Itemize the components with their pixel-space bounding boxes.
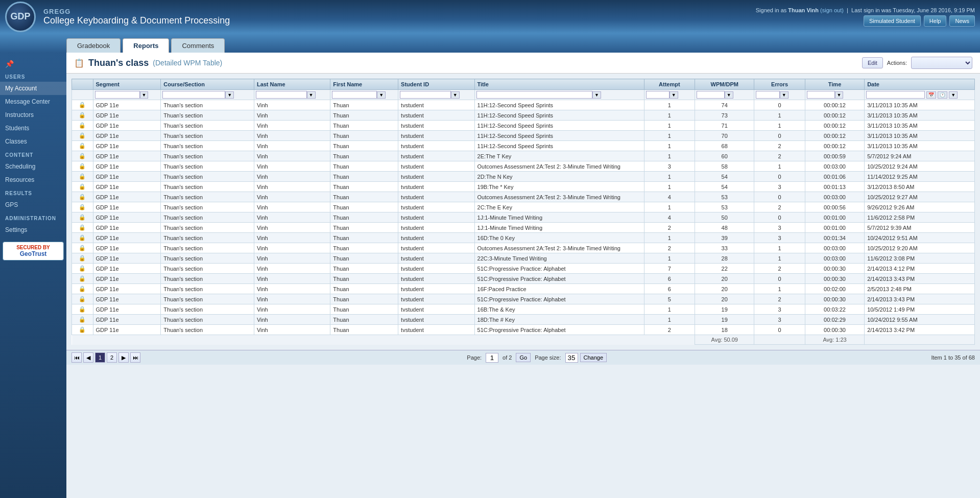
- row-segment: GDP 11e: [93, 151, 161, 161]
- filter-title-btn[interactable]: ▼: [592, 91, 601, 99]
- row-firstname: Thuan: [330, 161, 398, 172]
- filter-firstname-btn[interactable]: ▼: [377, 91, 386, 99]
- sidebar-item-students[interactable]: Students: [0, 122, 66, 135]
- row-wpm: 73: [695, 110, 754, 121]
- filter-errors-btn[interactable]: ▼: [780, 91, 788, 99]
- row-course: Thuan's section: [161, 325, 254, 335]
- filter-firstname[interactable]: [332, 91, 377, 99]
- header-right: Signed in as Thuan Vinh (sign out) | Las…: [756, 7, 975, 27]
- filter-date[interactable]: [866, 91, 925, 99]
- go-button[interactable]: Go: [516, 353, 531, 362]
- row-attempt: 3: [644, 161, 695, 172]
- row-title: 2C:The E Key: [474, 202, 644, 212]
- simulated-student-button[interactable]: Simulated Student: [864, 15, 921, 27]
- row-wpm: 70: [695, 131, 754, 141]
- row-errors: 2: [754, 264, 805, 274]
- tab-reports[interactable]: Reports: [123, 38, 169, 53]
- row-studentid: tvstudent: [398, 274, 474, 284]
- filter-date-btn[interactable]: ▼: [949, 91, 958, 99]
- row-time: 00:00:12: [805, 121, 864, 131]
- row-lastname: Vinh: [254, 243, 330, 253]
- filter-wpm[interactable]: [697, 91, 725, 99]
- tab-comments[interactable]: Comments: [171, 38, 225, 53]
- filter-attempt-btn[interactable]: ▼: [670, 91, 678, 99]
- filter-lastname[interactable]: [256, 91, 307, 99]
- sidebar-item-message-center[interactable]: Message Center: [0, 95, 66, 108]
- sidebar-item-classes[interactable]: Classes: [0, 135, 66, 148]
- news-button[interactable]: News: [949, 15, 975, 27]
- filter-studentid-btn[interactable]: ▼: [451, 91, 460, 99]
- row-studentid: tvstudent: [398, 325, 474, 335]
- header-buttons: Simulated Student Help News: [864, 15, 975, 27]
- page-size-input[interactable]: [565, 353, 578, 363]
- prev-page-btn[interactable]: ◀: [83, 352, 93, 363]
- row-title: 16F:Paced Practice: [474, 284, 644, 294]
- page-title: Thuan's class: [88, 58, 149, 68]
- help-button[interactable]: Help: [924, 15, 947, 27]
- first-page-btn[interactable]: ⏮: [71, 352, 82, 363]
- row-wpm: 33: [695, 243, 754, 253]
- filter-wpm-btn[interactable]: ▼: [725, 91, 733, 99]
- filter-date-cal[interactable]: 📅: [926, 91, 936, 99]
- row-title: 11H:12-Second Speed Sprints: [474, 100, 644, 110]
- row-lastname: Vinh: [254, 110, 330, 121]
- page-input[interactable]: [486, 353, 498, 363]
- row-time: 00:02:29: [805, 315, 864, 325]
- row-wpm: 28: [695, 253, 754, 264]
- page-size-label: Page size:: [535, 354, 561, 361]
- filter-course[interactable]: [162, 91, 225, 99]
- row-firstname: Thuan: [330, 264, 398, 274]
- row-errors: 0: [754, 131, 805, 141]
- row-segment: GDP 11e: [93, 294, 161, 304]
- row-studentid: tvstudent: [398, 151, 474, 161]
- page-navigation: ⏮ ◀ 1 2 ▶ ⏭: [71, 352, 140, 363]
- change-button[interactable]: Change: [580, 353, 607, 362]
- sidebar: 📌 USERS My Account Message Center Instru…: [0, 53, 66, 498]
- table-body: 🔒 GDP 11e Thuan's section Vinh Thuan tvs…: [72, 100, 975, 335]
- geotrust-badge: SECURED BY GeoTrust: [3, 242, 64, 260]
- page-2-btn[interactable]: 2: [107, 352, 117, 363]
- row-title: 16D:The 0 Key: [474, 233, 644, 243]
- filter-segment-btn[interactable]: ▼: [140, 91, 149, 99]
- row-date: 3/11/2013 10:35 AM: [865, 121, 975, 131]
- row-segment: GDP 11e: [93, 100, 161, 110]
- filter-lastname-btn[interactable]: ▼: [307, 91, 316, 99]
- table-row: 🔒 GDP 11e Thuan's section Vinh Thuan tvs…: [72, 315, 975, 325]
- row-title: 22C:3-Minute Timed Writing: [474, 253, 644, 264]
- filter-segment[interactable]: [95, 91, 140, 99]
- row-title: 18D:The # Key: [474, 315, 644, 325]
- sidebar-item-resources[interactable]: Resources: [0, 173, 66, 186]
- filter-course-btn[interactable]: ▼: [225, 91, 234, 99]
- filter-attempt[interactable]: [646, 91, 670, 99]
- row-attempt: 1: [644, 151, 695, 161]
- sidebar-item-scheduling[interactable]: Scheduling: [0, 160, 66, 173]
- filter-cell-title: ▼: [474, 90, 644, 100]
- row-lastname: Vinh: [254, 202, 330, 212]
- data-table: Segment Course/Section Last Name First N…: [71, 79, 975, 345]
- row-wpm: 19: [695, 315, 754, 325]
- filter-time-btn[interactable]: ▼: [835, 91, 844, 99]
- filter-time[interactable]: [807, 91, 835, 99]
- row-segment: GDP 11e: [93, 192, 161, 202]
- page-1-btn[interactable]: 1: [95, 352, 105, 363]
- filter-date-clock[interactable]: 🕐: [938, 91, 947, 99]
- row-course: Thuan's section: [161, 233, 254, 243]
- filter-title[interactable]: [476, 91, 593, 99]
- actions-dropdown[interactable]: Export to CSV Print: [911, 57, 972, 69]
- sidebar-item-gps[interactable]: GPS: [0, 198, 66, 211]
- row-attempt: 2: [644, 325, 695, 335]
- row-segment: GDP 11e: [93, 264, 161, 274]
- table-row: 🔒 GDP 11e Thuan's section Vinh Thuan tvs…: [72, 304, 975, 315]
- next-page-btn[interactable]: ▶: [118, 352, 129, 363]
- sidebar-item-instructors[interactable]: Instructors: [0, 108, 66, 122]
- last-page-btn[interactable]: ⏭: [130, 352, 140, 363]
- tab-gradebook[interactable]: Gradebook: [66, 38, 121, 53]
- filter-studentid[interactable]: [400, 91, 451, 99]
- row-attempt: 1: [644, 110, 695, 121]
- edit-button[interactable]: Edit: [862, 57, 883, 68]
- filter-errors[interactable]: [756, 91, 779, 99]
- row-course: Thuan's section: [161, 110, 254, 121]
- row-title: Outcomes Assessment 2A:Test 2: 3-Minute …: [474, 243, 644, 253]
- sidebar-item-settings[interactable]: Settings: [0, 223, 66, 236]
- sidebar-item-my-account[interactable]: My Account: [0, 82, 66, 95]
